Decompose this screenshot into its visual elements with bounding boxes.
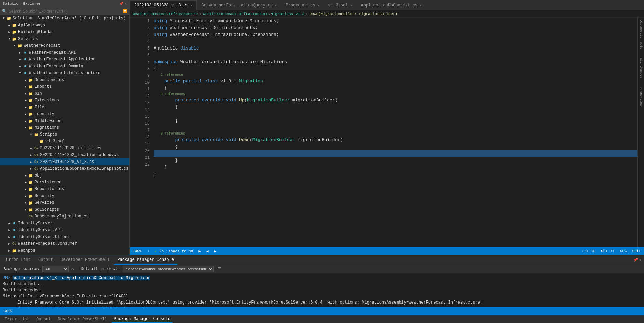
tree-item-identity[interactable]: ▶📁Identity xyxy=(0,111,129,117)
tree-item-identityserver-api[interactable]: ▶■IdentityServer.API xyxy=(0,227,129,234)
bottom-tab-pkg-console[interactable]: Package Manager Console xyxy=(114,255,177,265)
properties-label[interactable]: Properties xyxy=(639,87,643,107)
tab-close[interactable]: ✕ xyxy=(350,3,352,8)
code-editor[interactable]: using Microsoft.EntityFrameworkCore.Migr… xyxy=(154,18,637,247)
package-manager-console[interactable]: PM> add-migration v1_3 -c ApplicationDbC… xyxy=(0,273,644,307)
tree-item-middlewares[interactable]: ▶📁Middlewares xyxy=(0,117,129,124)
tree-arrow: ▶ xyxy=(7,24,12,27)
tree-item-weatherforecast[interactable]: ▼📁WeatherForecast xyxy=(0,42,129,49)
tab-label: v1.3.sql xyxy=(328,3,348,8)
tree-item-solution[interactable]: ▼📁Solution 'SimpleCleanArch' (10 of 11 p… xyxy=(0,15,129,22)
tab-close[interactable]: ✕ xyxy=(190,3,192,8)
editor-tab-tab4[interactable]: v1.3.sql✕ xyxy=(324,0,357,10)
output-tab[interactable]: Output xyxy=(34,316,53,322)
tree-item-sqlscripts[interactable]: ▶📁SqlScripts xyxy=(0,206,129,213)
tree-item-dependencies[interactable]: ▶📁Dependencies xyxy=(0,76,129,83)
tree-item-services2[interactable]: ▶📁Services xyxy=(0,199,129,206)
run-icon[interactable]: ▶ xyxy=(198,249,201,253)
console-prompt: PM> xyxy=(3,276,13,280)
tree-item-bin[interactable]: ▶📁bin xyxy=(0,90,129,97)
tree-arrow: ▼ xyxy=(1,17,6,20)
folder-icon: 📁 xyxy=(12,23,17,28)
tree-item-wf-infra[interactable]: ▼■WeatherForecast.Infrastucture xyxy=(0,70,129,76)
tree-item-identityserver[interactable]: ▶■IdentityServer xyxy=(0,220,129,227)
tree-item-wf-api[interactable]: ▶■WeatherForecast.API xyxy=(0,49,129,56)
tree-item-wf-consumer[interactable]: ▶C#WeatherForecast.Consumer xyxy=(0,240,129,247)
tree-item-migrations[interactable]: ▼📁Migrations xyxy=(0,124,129,131)
nav-fwd[interactable]: ▶ xyxy=(214,249,217,253)
bottom-panel-pin[interactable]: 📌 xyxy=(633,258,638,262)
nav-back[interactable]: ◀ xyxy=(206,249,209,253)
pkg-manager-console-tab[interactable]: Package Manager Console xyxy=(112,316,173,323)
tree-item-imports[interactable]: ▶📁Imports xyxy=(0,83,129,90)
tree-item-services[interactable]: ▼📁Services xyxy=(0,36,129,42)
tree-label: IdentityServer.Client xyxy=(18,235,70,239)
tree-label: Files xyxy=(35,105,47,110)
default-project-select[interactable]: Services\WeatherForecast\WeatherForecast… xyxy=(123,266,214,272)
editor-tab-tab1[interactable]: 20221031051328_v1_3.cs✕ xyxy=(130,0,197,10)
tree-item-v13sql[interactable]: 📁v1.3.sql xyxy=(0,138,129,145)
tree-item-identityserver-client[interactable]: ▶■IdentityServer.Client xyxy=(0,234,129,240)
package-source-select[interactable]: All nuget.org xyxy=(42,266,69,272)
tab-label: GetWeatherFor...ationQuery.cs xyxy=(201,3,273,8)
dev-powershell-tab[interactable]: Developer PowerShell xyxy=(56,316,109,322)
search-options-icon[interactable]: 🔽 xyxy=(123,9,127,13)
tree-item-extensions[interactable]: ▶📁Extensions xyxy=(0,97,129,104)
zoom-level: 100% xyxy=(133,249,141,253)
bottom-tab-error-list[interactable]: Error List xyxy=(3,255,34,265)
bottom-tab-output[interactable]: Output xyxy=(35,255,56,265)
bottom-panel-close[interactable]: ✕ xyxy=(639,258,641,262)
close-icon[interactable]: ✕ xyxy=(125,2,127,6)
tree-item-mig2[interactable]: ▶C#20220514101252_location-added.cs xyxy=(0,152,129,158)
code-line-20: } xyxy=(154,164,637,171)
tab-close[interactable]: ✕ xyxy=(317,3,319,8)
tree-item-appdbsnapshot[interactable]: ▶C#ApplicationDbContextModelSnapshot.cs xyxy=(0,165,129,172)
tree-label: WeatherForecast.API xyxy=(29,50,76,55)
tree-item-apigateways[interactable]: ▶📁ApiGateways xyxy=(0,22,129,29)
tree-item-persistence[interactable]: ▶📁Persistence xyxy=(0,179,129,186)
error-list-tab[interactable]: Error List xyxy=(3,316,31,322)
search-icon: 🔍 xyxy=(2,9,7,14)
editor-tab-tab2[interactable]: GetWeatherFor...ationQuery.cs✕ xyxy=(197,0,281,10)
cs-icon: C# xyxy=(28,215,33,219)
tree-arrow: ▶ xyxy=(7,242,12,246)
git-changes-label[interactable]: Git Changes xyxy=(639,57,643,79)
tree-label: WeatherForecast.Application xyxy=(29,57,95,62)
folder-icon: 📁 xyxy=(28,112,33,116)
editor-tab-tab5[interactable]: ApplicationDbContext.cs✕ xyxy=(356,0,426,10)
pin-icon[interactable]: 📌 xyxy=(119,2,123,6)
pkg-source-label: Package source: xyxy=(3,267,40,271)
tree-item-mig3-active[interactable]: ▶C#20221031051328_v1_3.cs xyxy=(0,158,129,165)
tree-item-depinject[interactable]: C#DependencyInjection.cs xyxy=(0,213,129,220)
tree-item-scripts[interactable]: ▼📁Scripts xyxy=(0,131,129,138)
code-line-3: using WeatherForecast.Infrastucture.Exte… xyxy=(154,31,637,38)
tree-item-wf-app[interactable]: ▶■WeatherForecast.Application xyxy=(0,56,129,63)
issues-status: ✓ No issues found xyxy=(155,249,193,253)
issues-text: No issues found xyxy=(159,249,193,253)
tab-close[interactable]: ✕ xyxy=(275,3,277,8)
editor-tab-tab3[interactable]: Procedure.cs✕ xyxy=(281,0,324,10)
code-line-14: } xyxy=(154,117,637,124)
list-icon[interactable]: ☰ xyxy=(218,267,221,272)
tree-item-webapps[interactable]: ▶📁WebApps xyxy=(0,247,129,254)
tree-item-buildingblocks[interactable]: ▶📁BuildingBlocks xyxy=(0,29,129,36)
ln-indicator: Ln: 18 xyxy=(582,249,596,253)
tree-arrow: ▼ xyxy=(29,133,33,136)
tree-label: Extensions xyxy=(35,98,59,103)
project-icon: ■ xyxy=(23,64,28,68)
tree-label: WeatherForecast.Consumer xyxy=(18,241,77,246)
search-input[interactable] xyxy=(9,9,121,14)
tree-item-wf-domain[interactable]: ▶■WeatherForecast.Domain xyxy=(0,63,129,70)
breadcrumb: WeatherForecast.Infrastucture › WeatherF… xyxy=(130,10,644,18)
console-line: Microsoft.EntityFrameworkCore.Infrastruc… xyxy=(3,293,641,299)
diagnostic-tools-label[interactable]: Diagnostic Tools xyxy=(639,19,643,50)
tab-close[interactable]: ✕ xyxy=(420,3,422,8)
tree-item-files[interactable]: ▶📁Files xyxy=(0,104,129,111)
settings-icon[interactable]: ⚙ xyxy=(71,267,74,272)
folder-icon: 📁 xyxy=(28,173,33,178)
tree-item-security[interactable]: ▶📁Security xyxy=(0,193,129,199)
tree-item-mig1[interactable]: ▶C#20220511183226_initial.cs xyxy=(0,145,129,152)
bottom-tab-dev-powershell[interactable]: Developer PowerShell xyxy=(57,255,113,265)
tree-item-obj[interactable]: ▶📁obj xyxy=(0,172,129,179)
tree-item-repositories[interactable]: ▶📁Repositories xyxy=(0,186,129,193)
